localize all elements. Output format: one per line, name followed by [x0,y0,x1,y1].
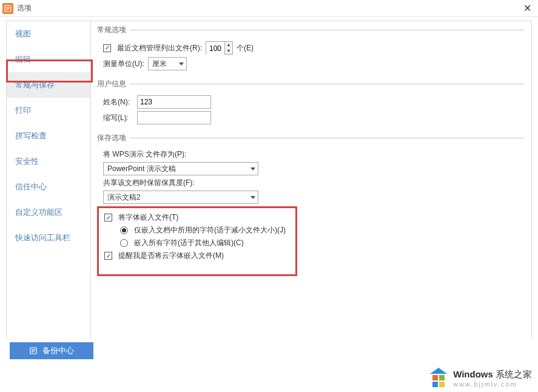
format-value: PowerPoint 演示文稿 [107,164,176,174]
embed-all-chars-radio[interactable] [120,239,128,247]
chevron-down-icon [179,63,184,66]
embed-fonts-checkbox[interactable] [104,214,112,221]
abbr-label: 缩写(L): [103,113,133,123]
remind-cloud-font-checkbox[interactable] [104,252,112,260]
general-options-group: 常规选项 最近文档管理列出文件(R): ▲ ▼ 个(E) 测量单位(U): 厘米 [97,25,524,74]
embed-fonts-label: 将字体嵌入文件(T) [118,212,178,223]
recent-docs-spinner[interactable]: ▲ ▼ [206,41,233,55]
sidebar-item-quick-access[interactable]: 快速访问工具栏 [7,225,90,251]
recent-docs-suffix: 个(E) [237,43,254,53]
chevron-down-icon [251,196,255,199]
general-legend: 常规选项 [97,25,130,35]
window-title: 选项 [17,3,32,13]
recent-docs-checkbox[interactable] [103,44,111,52]
unit-select[interactable]: 厘米 [148,57,187,70]
user-info-group: 用户信息 姓名(N): 缩写(L): [97,79,524,128]
sidebar-item-security[interactable]: 安全性 [7,149,90,174]
spinner-up[interactable]: ▲ [225,42,232,48]
share-label: 共享该文档时保留保真度(F): [103,178,195,188]
sidebar-item-customize-ribbon[interactable]: 自定义功能区 [7,200,90,225]
backup-center-button[interactable]: 备份中心 [10,342,93,359]
sidebar-item-general-save[interactable]: 常规与保存 [7,72,90,98]
embed-used-chars-radio[interactable] [120,226,128,234]
name-input[interactable] [137,95,211,109]
format-select[interactable]: PowerPoint 演示文稿 [103,162,258,175]
watermark-url: www.bjjmlv.com [453,380,532,388]
save-legend: 保存选项 [97,133,130,143]
content-panel: 常规选项 最近文档管理列出文件(R): ▲ ▼ 个(E) 测量单位(U): 厘米 [91,21,532,339]
embed-all-chars-label: 嵌入所有字符(适于其他人编辑)(C) [134,238,244,248]
windows-logo-icon [428,368,449,388]
unit-value: 厘米 [152,59,167,69]
user-legend: 用户信息 [97,79,130,89]
recent-docs-label: 最近文档管理列出文件(R): [117,43,202,53]
app-icon [2,3,13,14]
sidebar-item-edit[interactable]: 编辑 [7,47,90,72]
sidebar: 视图 编辑 常规与保存 打印 拼写检查 安全性 信任中心 自定义功能区 快速访问… [6,21,91,339]
embed-fonts-block: 将字体嵌入文件(T) 仅嵌入文档中所用的字符(适于减小文件大小)(J) 嵌入所有… [97,206,524,267]
format-label: 将 WPS演示 文件存为(P): [103,149,186,160]
name-label: 姓名(N): [103,97,133,107]
watermark: Windows 系统之家 www.bjjmlv.com [428,368,532,388]
abbr-input[interactable] [137,111,211,124]
close-button[interactable]: ✕ [521,2,533,14]
watermark-text: Windows 系统之家 [453,369,532,380]
backup-icon [29,346,38,355]
save-options-group: 保存选项 将 WPS演示 文件存为(P): PowerPoint 演示文稿 共享… [97,133,524,268]
share-select[interactable]: 演示文稿2 [103,191,258,204]
sidebar-item-spellcheck[interactable]: 拼写检查 [7,123,90,149]
chevron-down-icon [251,167,255,171]
backup-label: 备份中心 [42,345,74,356]
unit-label: 测量单位(U): [103,59,144,69]
embed-used-chars-label: 仅嵌入文档中所用的字符(适于减小文件大小)(J) [134,225,286,235]
titlebar: 选项 ✕ [0,0,538,17]
sidebar-item-trust[interactable]: 信任中心 [7,174,90,200]
share-value: 演示文稿2 [107,192,141,203]
sidebar-item-view[interactable]: 视图 [7,21,90,47]
spinner-down[interactable]: ▼ [225,48,232,54]
sidebar-item-print[interactable]: 打印 [7,98,90,123]
recent-docs-value[interactable] [206,42,224,55]
remind-cloud-font-label: 提醒我是否将云字体嵌入文件(M) [118,251,224,261]
